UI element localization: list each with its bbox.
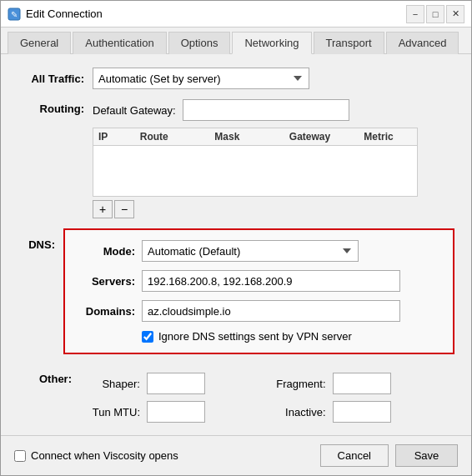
tab-content: All Traffic: Automatic (Set by server) R… — [1, 54, 471, 435]
tun-mtu-label: Tun MTU: — [80, 406, 147, 418]
other-section-row: Other: Shaper: Fragment: Tun MTU: — [18, 373, 454, 423]
routing-section: Routing: Default Gateway: IP Route Mask … — [18, 99, 454, 218]
all-traffic-label: All Traffic: — [18, 73, 93, 85]
col-route-header: Route — [135, 128, 210, 145]
title-bar: ✎ Edit Connection − □ ✕ — [1, 1, 471, 28]
routing-table-header: IP Route Mask Gateway Metric — [93, 128, 417, 146]
shaper-item: Shaper: — [80, 373, 261, 394]
dns-wrapper: DNS: Mode: Automatic (Default) Servers: … — [18, 228, 454, 364]
dns-domains-row: Domains: — [75, 300, 443, 322]
other-label: Other: — [18, 373, 80, 385]
dns-section: Mode: Automatic (Default) Servers: Domai… — [63, 228, 454, 354]
bottom-right: Cancel Save — [320, 444, 458, 467]
default-gateway-input[interactable] — [183, 99, 349, 121]
dns-ignore-label: Ignore DNS settings sent by VPN server — [158, 330, 352, 343]
all-traffic-row: All Traffic: Automatic (Set by server) — [18, 68, 454, 89]
window-icon: ✎ — [8, 8, 21, 21]
gateway-row: Default Gateway: — [93, 99, 418, 121]
col-metric-header: Metric — [359, 128, 417, 145]
save-button[interactable]: Save — [395, 444, 458, 467]
fragment-input[interactable] — [333, 373, 391, 394]
tun-mtu-item: Tun MTU: — [80, 401, 261, 423]
window-controls: − □ ✕ — [406, 5, 464, 23]
close-button[interactable]: ✕ — [446, 5, 464, 23]
tab-bar: General Authentication Options Networkin… — [1, 28, 471, 54]
tun-mtu-input[interactable] — [147, 401, 205, 423]
shaper-input[interactable] — [147, 373, 205, 394]
dns-outer-label: DNS: — [18, 228, 63, 251]
routing-label: Routing: — [18, 99, 93, 115]
dns-mode-select[interactable]: Automatic (Default) — [142, 240, 359, 262]
dns-domains-label: Domains: — [75, 305, 142, 318]
routing-right: Default Gateway: IP Route Mask Gateway M… — [93, 99, 418, 218]
all-traffic-control: Automatic (Set by server) — [93, 68, 454, 89]
tab-options[interactable]: Options — [168, 32, 231, 54]
bottom-left: Connect when Viscosity opens — [14, 449, 178, 462]
routing-table-body — [93, 146, 417, 196]
add-route-button[interactable]: + — [93, 200, 113, 218]
fragment-item: Fragment: — [274, 373, 455, 394]
inactive-label: Inactive: — [274, 406, 333, 418]
routing-table: IP Route Mask Gateway Metric — [93, 128, 418, 197]
shaper-label: Shaper: — [80, 378, 147, 390]
dns-servers-row: Servers: — [75, 270, 443, 292]
col-ip-header: IP — [93, 128, 135, 145]
dns-domains-input[interactable] — [142, 300, 400, 322]
dns-mode-row: Mode: Automatic (Default) — [75, 240, 443, 262]
connect-label: Connect when Viscosity opens — [31, 449, 178, 462]
col-mask-header: Mask — [209, 128, 284, 145]
connect-checkbox[interactable] — [14, 450, 26, 462]
dns-servers-input[interactable] — [142, 270, 400, 292]
tab-networking[interactable]: Networking — [232, 32, 311, 54]
table-buttons: + − — [93, 200, 418, 218]
maximize-button[interactable]: □ — [426, 5, 444, 23]
remove-route-button[interactable]: − — [114, 200, 134, 218]
col-gateway-header: Gateway — [284, 128, 359, 145]
dns-checkbox-row: Ignore DNS settings sent by VPN server — [142, 330, 443, 343]
bottom-bar: Connect when Viscosity opens Cancel Save — [1, 435, 471, 475]
dns-servers-label: Servers: — [75, 275, 142, 288]
dns-ignore-checkbox[interactable] — [142, 331, 153, 343]
all-traffic-select[interactable]: Automatic (Set by server) — [93, 68, 309, 89]
inactive-item: Inactive: — [274, 401, 455, 423]
window-title: Edit Connection — [26, 8, 103, 20]
fragment-label: Fragment: — [274, 378, 333, 390]
tab-transport[interactable]: Transport — [314, 32, 384, 54]
cancel-button[interactable]: Cancel — [320, 444, 389, 467]
other-section-inner: Shaper: Fragment: Tun MTU: Inactive: — [80, 373, 454, 423]
edit-connection-window: ✎ Edit Connection − □ ✕ General Authenti… — [0, 0, 472, 476]
tab-authentication[interactable]: Authentication — [73, 32, 166, 54]
svg-text:✎: ✎ — [11, 10, 18, 19]
inactive-input[interactable] — [333, 401, 391, 423]
minimize-button[interactable]: − — [406, 5, 424, 23]
dns-mode-label: Mode: — [75, 245, 142, 258]
other-grid: Shaper: Fragment: Tun MTU: Inactive: — [80, 373, 454, 423]
tab-general[interactable]: General — [8, 32, 71, 54]
default-gateway-label: Default Gateway: — [93, 104, 176, 117]
tab-advanced[interactable]: Advanced — [386, 32, 459, 54]
